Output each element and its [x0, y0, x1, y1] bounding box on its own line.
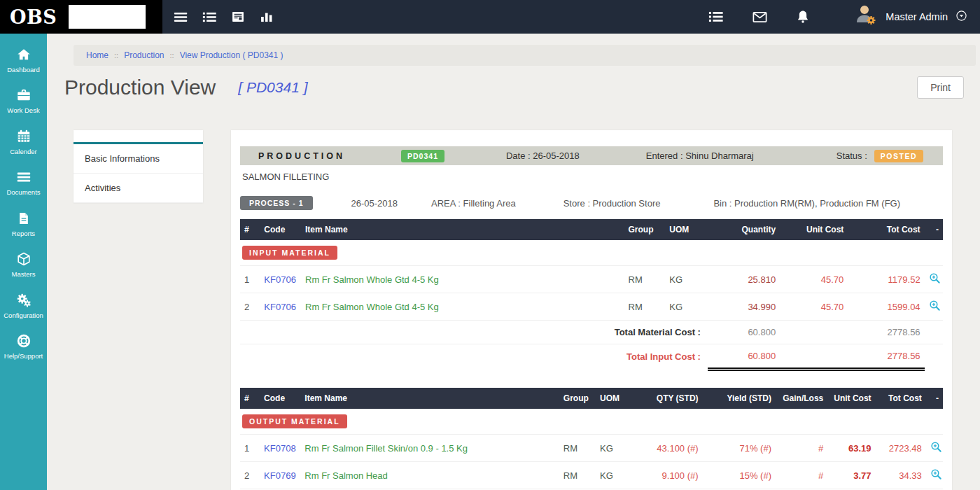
sidebar-item-label: Documents — [6, 189, 40, 196]
sidebar-item-help-support[interactable]: Help/Support — [0, 326, 47, 366]
total-unit-cost-cell — [780, 321, 848, 344]
sidebar-item-documents[interactable]: Documents — [0, 162, 47, 202]
row-number: 2 — [240, 462, 260, 489]
breadcrumb-link-production[interactable]: Production — [124, 50, 164, 60]
content-area: Home::Production::View Production ( PD03… — [47, 0, 980, 490]
briefcase-icon — [16, 87, 31, 104]
output-material-badge: OUTPUT MATERIAL — [242, 414, 347, 428]
sidebar-item-reports[interactable]: Reports — [0, 203, 47, 244]
column-header-qty-std: QTY (STD) — [635, 388, 702, 409]
sidebar-item-label: Work Desk — [7, 107, 39, 114]
bar-chart-icon[interactable] — [257, 7, 276, 27]
total-material-cost-row: Total Material Cost :60.8002778.56 — [240, 321, 943, 344]
column-header-group: Group — [624, 219, 666, 240]
tot-cost-value: 1599.04 — [848, 293, 924, 321]
newspaper-icon[interactable] — [228, 7, 248, 27]
yield-std-value: 15% (#) — [703, 462, 776, 489]
process-bin: Bin : Production RM(RM), Production FM (… — [713, 198, 900, 209]
tab-basic-informations[interactable]: Basic Informations — [74, 142, 203, 174]
total-label: Total Material Cost : — [240, 321, 708, 344]
process-date: 26-05-2018 — [351, 198, 398, 209]
breadcrumb-link-home[interactable]: Home — [86, 50, 108, 60]
sidebar-item-label: Calender — [10, 148, 37, 155]
item-code-link[interactable]: KF0708 — [260, 435, 300, 462]
user-menu[interactable]: Master Admin — [854, 4, 967, 30]
sidebar-item-configuration[interactable]: Configuration — [0, 285, 47, 326]
column-header-code: Code — [260, 388, 300, 409]
sidebar-item-work-desk[interactable]: Work Desk — [0, 80, 47, 120]
avatar — [854, 4, 878, 30]
item-code-link[interactable]: KF0706 — [260, 266, 301, 293]
breadcrumb-link-view-production-pd0341[interactable]: View Production ( PD0341 ) — [180, 50, 284, 60]
menu-icon[interactable] — [171, 7, 190, 27]
item-code-link[interactable]: KF0706 — [260, 293, 301, 321]
item-group: RM — [624, 266, 666, 293]
zoom-icon[interactable] — [926, 435, 943, 462]
column-header-tot-cost: Tot Cost — [876, 388, 926, 409]
process-area: AREA : Filleting Area — [431, 198, 516, 209]
item-code-link[interactable]: KF0769 — [260, 462, 300, 489]
input-material-badge: INPUT MATERIAL — [242, 246, 337, 260]
list-icon[interactable] — [200, 7, 219, 27]
column-header-quantity: Quantity — [708, 219, 780, 240]
column-header-code: Code — [260, 219, 301, 240]
user-name: Master Admin — [886, 11, 948, 22]
total-tot-cost-value: 2778.56 — [848, 344, 924, 370]
sidebar-item-dashboard[interactable]: Dashboard — [0, 39, 47, 80]
top-navbar: OBS — [0, 0, 980, 34]
quantity-value: 34.990 — [708, 293, 780, 321]
mail-icon[interactable] — [750, 7, 769, 27]
sidebar-item-calender[interactable]: Calender — [0, 121, 47, 162]
row-number: 1 — [240, 435, 260, 462]
production-entered-by: Entered : Shinu Dharmaraj — [646, 150, 754, 161]
total-quantity-value: 60.800 — [708, 321, 780, 344]
zoom-icon[interactable] — [925, 293, 943, 321]
production-detail-panel: PRODUCTION PD0341 Date : 26-05-2018 Ente… — [231, 130, 952, 490]
quantity-value: 25.810 — [708, 266, 780, 293]
column-header-uom: UOM — [596, 388, 635, 409]
sidebar-item-masters[interactable]: Masters — [0, 244, 47, 284]
unit-cost-value: 3.77 — [827, 462, 875, 489]
total-input-cost-row: Total Input Cost :60.8002778.56 — [240, 344, 943, 370]
lifering-icon — [16, 332, 31, 349]
zoom-icon[interactable] — [925, 266, 943, 293]
list-icon[interactable] — [706, 7, 726, 27]
table-row: 1KF0706Rm Fr Salmon Whole Gtd 4-5 KgRMKG… — [240, 266, 943, 293]
column-header-: # — [240, 388, 260, 409]
column-header-group: Group — [559, 388, 596, 409]
sidebar-item-label: Masters — [12, 271, 36, 278]
column-header-: # — [240, 219, 260, 240]
sidebar-item-label: Reports — [12, 230, 35, 237]
page-title: Production View — [64, 76, 216, 99]
obs-logo: OBS — [10, 6, 57, 28]
zoom-icon[interactable] — [926, 462, 943, 489]
tot-cost-value: 1179.52 — [848, 266, 924, 293]
item-name: Rm Fr Salmon Fillet Skin/on 0.9 - 1.5 Kg — [300, 435, 559, 462]
column-header-tot-cost: Tot Cost — [848, 219, 924, 240]
chevron-down-circle-icon — [955, 10, 967, 24]
tot-cost-value: 34.33 — [876, 462, 926, 489]
print-button[interactable]: Print — [917, 76, 964, 99]
column-header-unit-cost: Unit Cost — [827, 388, 875, 409]
item-group: RM — [624, 293, 666, 321]
row-number: 2 — [240, 293, 260, 321]
process-row: PROCESS - 1 26-05-2018 AREA : Filleting … — [240, 196, 943, 210]
process-badge: PROCESS - 1 — [240, 196, 313, 210]
logo-placeholder — [69, 5, 146, 29]
breadcrumb-separator: :: — [114, 51, 118, 59]
item-name: Rm Fr Salmon Whole Gtd 4-5 Kg — [301, 266, 624, 293]
tab-activities[interactable]: Activities — [74, 174, 203, 203]
document-reference: [ PD0341 ] — [238, 79, 307, 96]
title-row: Production View [ PD0341 ] Print — [64, 76, 964, 99]
item-group: RM — [559, 435, 596, 462]
column-header-yield-std: Yield (STD) — [703, 388, 776, 409]
bell-icon[interactable] — [793, 7, 813, 27]
cube-icon — [16, 251, 31, 267]
total-label: Total Input Cost : — [240, 344, 708, 370]
item-name: Rm Fr Salmon Whole Gtd 4-5 Kg — [301, 293, 624, 321]
status-badge: POSTED — [874, 150, 923, 162]
process-store: Store : Production Store — [564, 198, 661, 209]
sidebar-item-label: Help/Support — [4, 353, 43, 360]
table-row: 2KF0769Rm Fr Salmon HeadRMKG9.100 (#)15%… — [240, 462, 943, 489]
status-label: Status : — [836, 150, 867, 161]
